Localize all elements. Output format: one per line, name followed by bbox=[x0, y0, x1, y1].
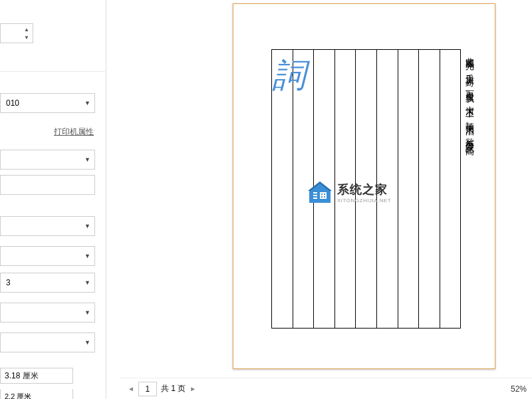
margins-select[interactable]: ▼ bbox=[0, 303, 95, 323]
printer-select[interactable]: 010 ▼ bbox=[0, 93, 95, 113]
page-range-input[interactable] bbox=[0, 175, 95, 195]
pages-select[interactable]: ▼ bbox=[0, 150, 95, 170]
svg-rect-3 bbox=[320, 192, 327, 199]
watermark-cn: 系统之家 bbox=[337, 182, 391, 198]
svg-rect-5 bbox=[324, 194, 325, 195]
margin-value-2[interactable]: 2.2 厘米 bbox=[0, 389, 73, 399]
preview-footer: ◄ 共 1 页 ► 52% bbox=[120, 378, 532, 399]
prev-page-icon[interactable]: ◄ bbox=[128, 385, 134, 392]
orientation-select[interactable]: ▼ bbox=[0, 246, 95, 266]
chevron-down-icon: ▼ bbox=[84, 223, 90, 229]
collate-select[interactable]: ▼ bbox=[0, 216, 95, 236]
chevron-down-icon: ▼ bbox=[84, 309, 90, 316]
printer-select-value: 010 bbox=[6, 98, 19, 108]
document-text: 北國風光·千里冰封·万里雪飘。大河上下·顿失滔滔。欲与天公試比高 bbox=[466, 51, 474, 140]
preview-page: 北國風光·千里冰封·万里雪飘。大河上下·顿失滔滔。欲与天公試比高 詞 系统之家 … bbox=[233, 3, 495, 369]
current-page-input[interactable] bbox=[138, 382, 157, 396]
chevron-down-icon: ▼ bbox=[84, 253, 90, 259]
ci-watermark: 詞 bbox=[273, 53, 306, 98]
chevron-down-icon: ▼ bbox=[84, 339, 90, 346]
chevron-up-icon[interactable]: ▲ bbox=[22, 26, 31, 33]
margin-value-1-text: 3.18 厘米 bbox=[5, 370, 39, 382]
zoom-level: 52% bbox=[511, 384, 527, 394]
chevron-down-icon[interactable]: ▼ bbox=[22, 34, 31, 41]
svg-rect-2 bbox=[313, 198, 317, 199]
margin-value-2-text: 2.2 厘米 bbox=[5, 392, 31, 399]
chevron-down-icon: ▼ bbox=[84, 100, 90, 106]
printer-properties-link[interactable]: 打印机属性 bbox=[54, 126, 94, 138]
sheets-select[interactable]: ▼ bbox=[0, 332, 95, 352]
watermark-en: XITONGZHIJIA.NET bbox=[337, 198, 391, 203]
print-preview-area: 北國風光·千里冰封·万里雪飘。大河上下·顿失滔滔。欲与天公試比高 詞 系统之家 … bbox=[120, 0, 532, 376]
chevron-down-icon: ▼ bbox=[84, 156, 90, 163]
paper-size-select[interactable]: 3 ▼ bbox=[0, 273, 95, 293]
svg-rect-7 bbox=[324, 196, 325, 198]
svg-rect-4 bbox=[321, 194, 323, 195]
copies-spinner[interactable]: ▲ ▼ bbox=[0, 23, 33, 43]
house-icon bbox=[307, 180, 333, 204]
page-navigation: ◄ 共 1 页 ► bbox=[128, 382, 196, 396]
next-page-icon[interactable]: ► bbox=[190, 385, 196, 392]
svg-rect-1 bbox=[313, 195, 317, 196]
page-total-label: 共 1 页 bbox=[161, 383, 186, 394]
chevron-down-icon: ▼ bbox=[84, 279, 90, 286]
paper-size-value: 3 bbox=[6, 278, 11, 287]
print-settings-sidebar: ▲ ▼ 010 ▼ 打印机属性 ▼ ▼ ▼ 3 ▼ ▼ ▼ 3.18 厘米 2.… bbox=[0, 0, 106, 399]
svg-rect-0 bbox=[313, 192, 317, 194]
svg-rect-6 bbox=[321, 196, 323, 198]
site-watermark: 系统之家 XITONGZHIJIA.NET bbox=[307, 180, 391, 204]
margin-value-1[interactable]: 3.18 厘米 bbox=[0, 368, 73, 384]
